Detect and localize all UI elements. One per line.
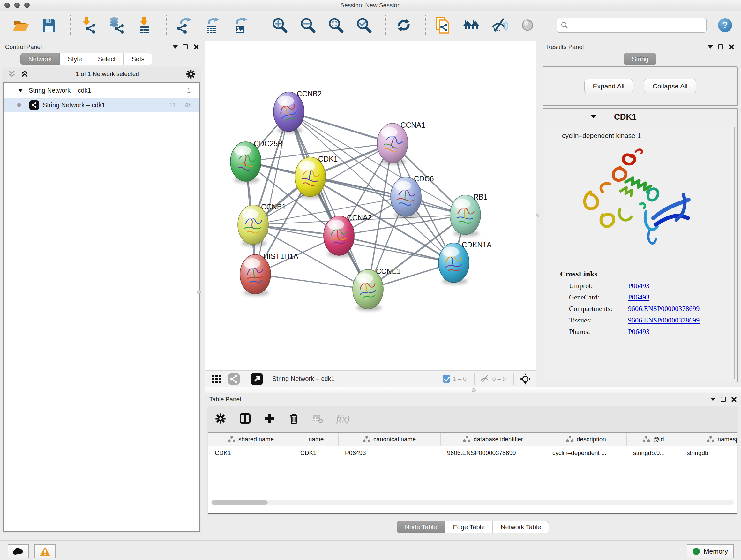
collapse-all-tree-icon[interactable]: [20, 70, 29, 78]
panel-float-icon[interactable]: [718, 44, 723, 50]
panel-float-icon[interactable]: [721, 397, 726, 402]
column-header-canonical-name[interactable]: canonical name: [339, 433, 441, 446]
node-CCNE1[interactable]: CCNE1: [353, 267, 401, 311]
edge-CDK1-RB1[interactable]: [310, 177, 465, 215]
panel-close-icon[interactable]: [193, 44, 199, 50]
column-header-namespace[interactable]: namespace: [680, 433, 737, 446]
tab-string[interactable]: String: [624, 53, 657, 65]
column-header-shared-name[interactable]: shared name: [208, 433, 294, 446]
left-splitter-handle[interactable]: [197, 290, 201, 294]
open-in-new-window-button[interactable]: [251, 373, 263, 385]
show-graphics-details-button[interactable]: [518, 16, 537, 35]
node-CDC25B[interactable]: CDC25B: [230, 139, 283, 183]
edge-CCNB2-CCNA1[interactable]: [289, 112, 393, 143]
node-CCNA1[interactable]: CCNA1: [377, 121, 425, 165]
import-network-file-button[interactable]: [79, 16, 98, 35]
panel-menu-icon[interactable]: [711, 398, 716, 401]
column-header-description[interactable]: description: [546, 433, 627, 446]
column-header--id[interactable]: @id: [627, 433, 680, 446]
left-splitter[interactable]: [201, 41, 204, 370]
crosslink-value-link[interactable]: P06493: [628, 327, 650, 336]
table-cell[interactable]: stringdb:9...: [627, 446, 680, 460]
collapse-all-button[interactable]: Collapse All: [644, 79, 696, 93]
panel-menu-icon[interactable]: [173, 45, 178, 49]
crosslink-value-link[interactable]: 9606.ENSP00000378699: [628, 316, 699, 324]
node-CCNA2[interactable]: CCNA2: [324, 213, 372, 257]
zoom-fit-button[interactable]: [327, 16, 345, 35]
tab-node-table[interactable]: Node Table: [397, 521, 445, 533]
open-session-button[interactable]: [11, 16, 30, 35]
expand-all-button[interactable]: Expand All: [584, 79, 633, 93]
hide-selection-button[interactable]: [490, 16, 509, 35]
scrollbar-thumb[interactable]: [212, 500, 268, 505]
export-table-button[interactable]: [203, 16, 221, 35]
table-cell[interactable]: stringdb: [680, 446, 737, 460]
table-horizontal-scrollbar[interactable]: [211, 500, 734, 505]
column-header-name[interactable]: name: [294, 433, 339, 446]
string-network-graph[interactable]: CCNB2CCNA1CDC25BCDK1CDC6RB1CCNB1CCNA2CDK…: [205, 41, 536, 370]
edge-CCNB2-CCNE1[interactable]: [289, 112, 368, 289]
edge-CCNB2-HIST1H1A[interactable]: [255, 112, 289, 274]
table-cell[interactable]: cyclin–dependent ...: [546, 446, 627, 460]
panel-close-icon[interactable]: [728, 44, 734, 50]
export-network-button[interactable]: [175, 16, 193, 35]
panel-float-icon[interactable]: [183, 44, 188, 50]
zoom-selected-button[interactable]: [355, 16, 374, 35]
edge-HIST1H1A-CCNE1[interactable]: [255, 274, 368, 289]
cloud-status-button[interactable]: [8, 544, 29, 558]
table-cell[interactable]: CDK1: [294, 446, 339, 460]
network-options-gear-icon[interactable]: [186, 69, 196, 79]
horizontal-splitter[interactable]: [205, 387, 741, 393]
show-columns-button[interactable]: [239, 413, 251, 424]
tab-edge-table[interactable]: Edge Table: [445, 521, 493, 533]
tab-network[interactable]: Network: [20, 53, 60, 65]
network-row-selected[interactable]: String Network – cdk1 11 48: [4, 98, 199, 112]
table-cell[interactable]: P06493: [339, 446, 441, 460]
crosshair-target-icon[interactable]: [519, 373, 532, 385]
network-collection-row[interactable]: String Network – cdk1 1: [4, 83, 199, 98]
expand-all-tree-icon[interactable]: [8, 70, 16, 78]
add-column-button[interactable]: [264, 413, 275, 424]
help-button[interactable]: ?: [718, 18, 732, 32]
panel-menu-icon[interactable]: [708, 45, 713, 49]
table-options-gear-button[interactable]: [215, 413, 226, 424]
node-CDK1[interactable]: CDK1: [295, 155, 338, 199]
warnings-button[interactable]: [35, 544, 56, 558]
birdseye-grid-button[interactable]: [209, 372, 223, 386]
node-HIST1H1A[interactable]: HIST1H1A: [240, 252, 299, 296]
network-view-canvas[interactable]: CCNB2CCNA1CDC25BCDK1CDC6RB1CCNB1CCNA2CDK…: [205, 41, 536, 370]
selected-nodes-checkbox[interactable]: [443, 375, 450, 383]
first-neighbors-button[interactable]: [462, 16, 481, 35]
table-cell[interactable]: 9606.ENSP00000378699: [441, 446, 546, 460]
tab-select[interactable]: Select: [90, 53, 124, 65]
export-image-button[interactable]: [231, 16, 250, 35]
network-share-toggle-button[interactable]: [228, 373, 240, 385]
zoom-out-button[interactable]: [299, 16, 317, 35]
collection-expanded-icon[interactable]: [18, 89, 23, 92]
hidden-items-eye-icon[interactable]: [480, 374, 490, 384]
save-session-button[interactable]: [40, 16, 58, 35]
entry-expanded-icon[interactable]: [591, 115, 596, 118]
tab-style[interactable]: Style: [60, 53, 90, 65]
node-RB1[interactable]: RB1: [450, 193, 488, 237]
column-header-database-identifier[interactable]: database identifier: [441, 433, 546, 446]
delete-column-button[interactable]: [288, 413, 299, 424]
node-CCNB1[interactable]: CCNB1: [238, 203, 286, 246]
search-input[interactable]: [571, 22, 706, 29]
node-CDKN1A[interactable]: CDKN1A: [439, 241, 492, 285]
horizontal-splitter-handle[interactable]: [472, 388, 476, 392]
crosslink-value-link[interactable]: P06493: [628, 282, 650, 290]
memory-button[interactable]: Memory: [687, 544, 734, 558]
import-network-database-button[interactable]: [107, 16, 126, 35]
crosslink-value-link[interactable]: 9606.ENSP00000378699: [628, 305, 699, 313]
table-row[interactable]: CDK1CDK1P064939606.ENSP00000378699cyclin…: [208, 446, 737, 460]
zoom-in-button[interactable]: [271, 16, 289, 35]
crosslink-value-link[interactable]: P06493: [628, 293, 650, 301]
table-cell[interactable]: CDK1: [208, 446, 294, 460]
panel-close-icon[interactable]: [731, 396, 737, 402]
entry-header[interactable]: CDK1: [543, 109, 737, 125]
tab-sets[interactable]: Sets: [124, 53, 152, 65]
import-table-file-button[interactable]: [135, 16, 154, 35]
tab-network-table[interactable]: Network Table: [493, 521, 549, 533]
refresh-view-button[interactable]: [394, 16, 413, 35]
